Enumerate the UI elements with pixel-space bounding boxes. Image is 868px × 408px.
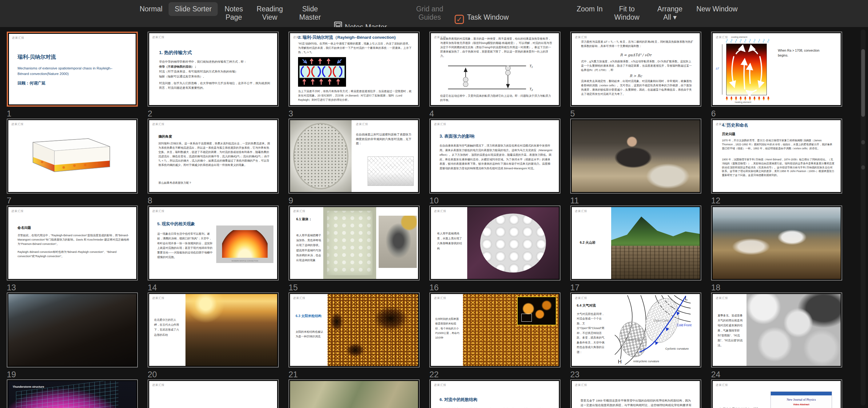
- granulation-inset: [517, 297, 556, 325]
- slide-text: 如果这个系统旋转起来了呢?: [719, 407, 760, 408]
- slide-number: 6: [711, 109, 716, 118]
- slide-thumbnail-21[interactable]: 进展汇报 6.3 太阳米粒结构 太阳的米粒结构也被认为是一种贝纳尔涡流: [288, 293, 420, 368]
- slide-text: 大气对流层也是同理，对流会形成一个个云胞，又分"Open"和"Closed"两种…: [577, 312, 604, 354]
- view-toolbar: Normal Slide Sorter Notes Page Reading V…: [0, 0, 868, 27]
- journal-title: New Journal of Physics: [771, 398, 832, 401]
- slide-thumbnail-24[interactable]: 进展汇报 夏季多见、造成雷暴天气的积雨云就是局地对流旺盛发展的结果，气象预报常听…: [711, 293, 842, 368]
- slide-thumbnail-5[interactable]: 进展汇报 浮力显然与温度差 ΔT = T₂ − T₁ 有关，且与二极间的距离d有…: [570, 32, 701, 107]
- new-window-button[interactable]: New Window: [696, 5, 738, 13]
- slide-thumbnail-20[interactable]: 进展汇报 在北爱尔兰的巨人岬，在古代火山作用下，玄武岩形成了六边形的石柱: [148, 293, 279, 368]
- slide-header: 进展汇报: [434, 122, 446, 126]
- slide-text: 普里戈金于 1969 年概括这类非平衡突变中出现的自组织的有序结构为耗散结构，因…: [581, 398, 692, 408]
- cooling-element-label: cooling element: [731, 36, 747, 38]
- slide-heading: 6.2 火山岩: [580, 240, 595, 245]
- slide-text: 但是它在运动过程中，又受到流体的黏滞力阻碍它向上运动。即：问题取决于浮力与黏滞力…: [440, 94, 552, 103]
- slide-thumbnail-8[interactable]: 进展汇报 熵的角度 回到瑞利-贝纳尔系。这一体系由于温度梯度，热量从高到低流出去…: [148, 118, 279, 194]
- task-window-toggle[interactable]: ✓Task Window: [455, 5, 508, 24]
- slide-thumbnail-19[interactable]: [7, 293, 138, 368]
- slide-thumbnail-11[interactable]: [570, 118, 701, 194]
- fit-to-window-button[interactable]: Fit to Window: [614, 5, 640, 22]
- slide-thumbnail-15[interactable]: 进展汇报 6.1 液体： 有人用平底锅把椰子油加热，竟也神奇地出现了这样的形状。…: [288, 206, 420, 280]
- slide-thumbnail-25[interactable]: Thunderstorm structure: [7, 379, 138, 408]
- scrollbar-mark: [861, 140, 865, 144]
- slide-thumbnail-9[interactable]: 进展汇报 在自由液面上则可以观察到反映了表面张力梯度效应的非常规则的六角形对流胞…: [288, 118, 420, 194]
- slide-number: 13: [7, 283, 16, 293]
- slide-thumbnail-6[interactable]: 进展汇报 cooling element: [711, 32, 842, 107]
- slide-thumbnail-10[interactable]: 进展汇报 3. 表面张力的影响 在自由液体表面与空气接触的情况下，浮力和表面张力…: [429, 118, 560, 194]
- slide-number: 24: [711, 370, 720, 379]
- slide-thumbnail-1[interactable]: 进展汇报 瑞利-贝纳尔对流 Mechanisms of extensive sp…: [7, 32, 138, 107]
- slide-text: 传导（不牵涉物质的流动）；: [159, 65, 270, 69]
- slide-header: 进展汇报: [356, 122, 368, 126]
- slide-thumbnail-7[interactable]: 进展汇报: [7, 118, 138, 194]
- benard-portrait-photo: [572, 120, 700, 192]
- slide-thumbnail-23[interactable]: 进展汇报 6.4 大气对流 大气对流层也是同理，对流会形成一个个云胞，又分"Op…: [570, 293, 701, 368]
- slide-text: 这一现象在日常生活中也经常可以看到。诸如，沸腾的汤锅，烟囱口的"热风"；天空中，…: [157, 232, 213, 260]
- cooling-squiggles: [725, 39, 771, 43]
- view-notes-page-button[interactable]: Notes Page: [224, 5, 243, 22]
- slide-thumbnail-26[interactable]: 进展汇报: [148, 379, 279, 408]
- rayleigh-number-formula: R = gαΔTd³ / νDᴛ: [572, 53, 700, 57]
- slide-thumbnail-30[interactable]: 进展汇报 如果这个系统旋转起来了呢? New Journal of Physic…: [711, 379, 842, 408]
- slide-header: 进展汇报: [152, 296, 164, 300]
- buoyancy-diagram: T₁ T₂: [440, 62, 541, 93]
- slide-text: 在自由液体表面与空气接触的情况下，浮力和表面张力效应也将在对流模式的发展中发挥作…: [439, 143, 553, 171]
- slide-title: 3. 表面张力的影响: [439, 134, 474, 139]
- slide-text: 有人用平底锅把椰子油加热，竟也神奇地出现了这样的形状。据说用平底锅均匀加热浓稠的…: [296, 233, 321, 263]
- slide-thumbnail-2[interactable]: 进展汇报 1. 热的传输方式 早在中学的物理学教科书中，我们就知道热的传输有三种…: [148, 32, 279, 107]
- slide-thumbnail-13[interactable]: 进展汇报 命名问题 尽管如此，在现代用法中，"Rayleigh-Bénard c…: [7, 206, 138, 280]
- slide-header: 进展汇报: [11, 122, 24, 126]
- slide-number: 23: [570, 370, 580, 379]
- slide-thumbnail-27[interactable]: [288, 379, 420, 408]
- slide-text: 太阳的米粒结构也被认为是一种贝纳尔涡流: [296, 330, 324, 339]
- scrollbar-thumb[interactable]: [861, 49, 865, 117]
- slide-number: 16: [429, 283, 439, 293]
- view-reading-view-button[interactable]: Reading View: [256, 5, 283, 22]
- slide-number: 17: [570, 283, 580, 293]
- slide-thumbnail-22[interactable]: 进展汇报 任何时刻的太阳表面都是斑驳的米粒组织，每个米粒的大小约1500公里，寿…: [429, 293, 560, 368]
- slide-text: 辐射（辐射可以通过真空来传热）。: [159, 74, 270, 79]
- delta-t-label: ΔT: [716, 67, 719, 70]
- zoom-in-button[interactable]: Zoom In: [577, 5, 602, 13]
- granulation-closeup-photo: [463, 294, 559, 366]
- slide-thumbnail-17[interactable]: 进展汇报 6.2 火山岩: [570, 206, 701, 280]
- convection-cells-diagram: [298, 56, 346, 88]
- video-abstract-label: Video Abstract: [771, 403, 832, 406]
- slide-header: 进展汇报: [293, 209, 305, 213]
- slide-text: 由实验所表现的对流现象，显示的是一种突变，而不是渐变，给出的结果是加热导致有序，…: [440, 37, 552, 58]
- arrange-all-button[interactable]: Arrange All ▾: [657, 5, 683, 22]
- coconut-oil-cells-photo: [323, 207, 376, 279]
- slide-number: 4: [429, 109, 434, 118]
- slide-thumbnail-12[interactable]: 进展汇报 4. 历史和命名 历史问题 1870 年，开尔文勋爵的哥哥、爱尔兰-苏…: [711, 118, 842, 194]
- slide-heading: 熵的角度: [158, 134, 172, 139]
- slide-heading: 6.4 大气对流: [577, 303, 596, 308]
- slide-header: 进展汇报: [434, 209, 446, 213]
- slide-thumbnail-29[interactable]: 进展汇报 普里戈金于 1969 年概括这类非平衡突变中出现的自组织的有序结构为耗…: [570, 379, 701, 408]
- svg-text:Open Cells: Open Cells: [654, 319, 669, 322]
- checkbox-checked-icon[interactable]: ✓: [455, 15, 464, 24]
- slide-thumbnail-28[interactable]: 进展汇报 6. 对流中的耗散结构 为什么热对流中会出现耗散结构呢？有一点很明显，…: [429, 379, 560, 408]
- view-slide-master-button[interactable]: Slide Master: [299, 5, 321, 22]
- svg-text:Closed Cells: Closed Cells: [625, 338, 641, 341]
- view-normal-button[interactable]: Normal: [140, 5, 162, 13]
- slide-number: 21: [288, 370, 298, 379]
- slide-number: 19: [7, 370, 16, 379]
- slide-thumbnail-3[interactable]: 进展汇报 2. 瑞利-贝纳尔对流（Rayleigh–Bénard convect…: [288, 32, 420, 107]
- criterion-formula: R > Rc: [572, 74, 700, 78]
- view-slide-sorter-button[interactable]: Slide Sorter: [168, 2, 218, 16]
- slide-text: 1870 年，开尔文勋爵的哥哥、爱尔兰-苏格兰物理学家兼工程师詹姆斯·汤姆森（J…: [722, 139, 835, 150]
- svg-text:L: L: [685, 296, 688, 301]
- slide-subtitle: Mechanisms of extensive spatiotemporal c…: [18, 66, 119, 77]
- slide-header: 进展汇报: [434, 296, 446, 300]
- slide-number: 10: [429, 196, 439, 206]
- slide-thumbnail-18[interactable]: [711, 206, 842, 280]
- journal-abstract-card: New Journal of Physics Video Abstract Op…: [771, 392, 832, 408]
- scrollbar-mark: [861, 165, 865, 170]
- delta-t-bracket: [722, 44, 722, 95]
- slide-header: 进展汇报: [152, 209, 164, 213]
- slide-thumbnail-14[interactable]: 进展汇报 5. 现实中的相关现象 这一现象在日常生活中也经常可以看到。诸如，沸腾…: [148, 206, 279, 280]
- slide-thumbnail-16[interactable]: 进展汇报 有人用平底锅煮鸡蛋，水面上竟出现了六角形蜂巢形状的结构: [429, 206, 560, 280]
- slide-heading: 6.1 液体：: [296, 217, 312, 222]
- hexagon-cells-sketch: [368, 157, 414, 186]
- slide-thumbnail-4[interactable]: 进展汇报 由实验所表现的对流现象，显示的是一种突变，而不是渐变，给出的结果是加热…: [429, 32, 560, 107]
